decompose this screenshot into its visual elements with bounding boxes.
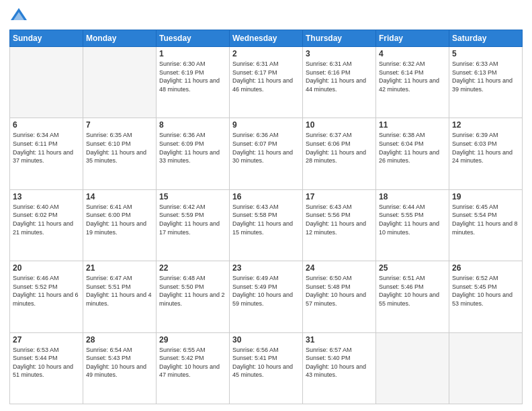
calendar-cell (10, 47, 83, 118)
calendar-cell: 26Sunrise: 6:52 AMSunset: 5:45 PMDayligh… (449, 261, 523, 332)
day-number: 26 (452, 263, 519, 273)
calendar-cell: 10Sunrise: 6:37 AMSunset: 6:06 PMDayligh… (303, 118, 376, 189)
weekday-header: Thursday (303, 30, 376, 47)
day-number: 29 (159, 335, 226, 345)
day-detail: Sunrise: 6:31 AMSunset: 6:16 PMDaylight:… (306, 60, 373, 93)
calendar-cell: 22Sunrise: 6:48 AMSunset: 5:50 PMDayligh… (157, 261, 230, 332)
calendar-cell: 24Sunrise: 6:50 AMSunset: 5:48 PMDayligh… (303, 261, 376, 332)
calendar-cell: 4Sunrise: 6:32 AMSunset: 6:14 PMDaylight… (376, 47, 449, 118)
day-number: 14 (86, 192, 153, 201)
calendar-cell: 27Sunrise: 6:53 AMSunset: 5:44 PMDayligh… (10, 332, 83, 404)
day-detail: Sunrise: 6:33 AMSunset: 6:13 PMDaylight:… (452, 60, 519, 93)
calendar-cell: 18Sunrise: 6:44 AMSunset: 5:55 PMDayligh… (376, 189, 449, 261)
calendar-cell: 19Sunrise: 6:45 AMSunset: 5:54 PMDayligh… (449, 189, 523, 261)
day-number: 31 (306, 335, 373, 345)
logo (9, 7, 31, 26)
calendar-cell: 23Sunrise: 6:49 AMSunset: 5:49 PMDayligh… (230, 261, 303, 332)
calendar-week-row: 6Sunrise: 6:34 AMSunset: 6:11 PMDaylight… (10, 118, 523, 189)
calendar-cell: 31Sunrise: 6:57 AMSunset: 5:40 PMDayligh… (303, 332, 376, 404)
day-number: 27 (13, 335, 80, 345)
day-detail: Sunrise: 6:40 AMSunset: 6:02 PMDaylight:… (13, 203, 80, 236)
day-detail: Sunrise: 6:34 AMSunset: 6:11 PMDaylight:… (13, 131, 80, 165)
calendar-cell: 25Sunrise: 6:51 AMSunset: 5:46 PMDayligh… (376, 261, 449, 332)
day-detail: Sunrise: 6:56 AMSunset: 5:41 PMDaylight:… (232, 346, 300, 379)
calendar-cell: 5Sunrise: 6:33 AMSunset: 6:13 PMDaylight… (449, 47, 523, 118)
day-detail: Sunrise: 6:45 AMSunset: 5:54 PMDaylight:… (452, 203, 519, 236)
weekday-header: Wednesday (230, 30, 303, 47)
day-number: 18 (379, 192, 446, 201)
calendar-table: SundayMondayTuesdayWednesdayThursdayFrid… (9, 30, 523, 404)
calendar-cell: 8Sunrise: 6:36 AMSunset: 6:09 PMDaylight… (157, 118, 230, 189)
day-detail: Sunrise: 6:35 AMSunset: 6:10 PMDaylight:… (86, 131, 153, 165)
calendar-cell: 9Sunrise: 6:36 AMSunset: 6:07 PMDaylight… (230, 118, 303, 189)
day-number: 7 (86, 120, 153, 130)
day-number: 20 (13, 263, 80, 273)
header (9, 7, 523, 26)
day-detail: Sunrise: 6:50 AMSunset: 5:48 PMDaylight:… (306, 274, 373, 308)
calendar-cell: 12Sunrise: 6:39 AMSunset: 6:03 PMDayligh… (449, 118, 523, 189)
page: SundayMondayTuesdayWednesdayThursdayFrid… (0, 0, 532, 411)
day-number: 19 (452, 192, 519, 201)
day-number: 22 (159, 263, 226, 273)
day-detail: Sunrise: 6:42 AMSunset: 5:59 PMDaylight:… (159, 203, 226, 236)
day-detail: Sunrise: 6:53 AMSunset: 5:44 PMDaylight:… (13, 346, 80, 379)
calendar-cell (376, 332, 449, 404)
calendar-cell: 20Sunrise: 6:46 AMSunset: 5:52 PMDayligh… (10, 261, 83, 332)
day-number: 12 (452, 120, 519, 130)
day-number: 11 (379, 120, 446, 130)
calendar-week-row: 27Sunrise: 6:53 AMSunset: 5:44 PMDayligh… (10, 332, 523, 404)
calendar-cell: 21Sunrise: 6:47 AMSunset: 5:51 PMDayligh… (83, 261, 157, 332)
day-number: 15 (159, 192, 226, 201)
day-detail: Sunrise: 6:54 AMSunset: 5:43 PMDaylight:… (86, 346, 153, 379)
day-number: 8 (159, 120, 226, 130)
weekday-header: Tuesday (157, 30, 230, 47)
calendar-cell: 13Sunrise: 6:40 AMSunset: 6:02 PMDayligh… (10, 189, 83, 261)
calendar-cell: 16Sunrise: 6:43 AMSunset: 5:58 PMDayligh… (230, 189, 303, 261)
calendar-cell: 11Sunrise: 6:38 AMSunset: 6:04 PMDayligh… (376, 118, 449, 189)
day-number: 16 (232, 192, 300, 201)
day-number: 1 (159, 49, 226, 58)
calendar-week-row: 1Sunrise: 6:30 AMSunset: 6:19 PMDaylight… (10, 47, 523, 118)
logo-icon (9, 7, 28, 26)
calendar-cell (449, 332, 523, 404)
day-number: 6 (13, 120, 80, 130)
calendar-cell: 6Sunrise: 6:34 AMSunset: 6:11 PMDaylight… (10, 118, 83, 189)
day-detail: Sunrise: 6:32 AMSunset: 6:14 PMDaylight:… (379, 60, 446, 93)
day-detail: Sunrise: 6:39 AMSunset: 6:03 PMDaylight:… (452, 131, 519, 165)
weekday-header: Saturday (449, 30, 523, 47)
day-number: 3 (306, 49, 373, 58)
day-number: 28 (86, 335, 153, 345)
day-number: 21 (86, 263, 153, 273)
day-detail: Sunrise: 6:46 AMSunset: 5:52 PMDaylight:… (13, 274, 80, 308)
day-number: 23 (232, 263, 300, 273)
day-detail: Sunrise: 6:52 AMSunset: 5:45 PMDaylight:… (452, 274, 519, 308)
day-number: 17 (306, 192, 373, 201)
calendar-cell: 2Sunrise: 6:31 AMSunset: 6:17 PMDaylight… (230, 47, 303, 118)
weekday-header: Monday (83, 30, 157, 47)
calendar-cell: 15Sunrise: 6:42 AMSunset: 5:59 PMDayligh… (157, 189, 230, 261)
day-detail: Sunrise: 6:30 AMSunset: 6:19 PMDaylight:… (159, 60, 226, 93)
day-number: 9 (232, 120, 300, 130)
calendar-cell: 17Sunrise: 6:43 AMSunset: 5:56 PMDayligh… (303, 189, 376, 261)
calendar-cell (83, 47, 157, 118)
day-detail: Sunrise: 6:41 AMSunset: 6:00 PMDaylight:… (86, 203, 153, 236)
day-detail: Sunrise: 6:48 AMSunset: 5:50 PMDaylight:… (159, 274, 226, 308)
day-detail: Sunrise: 6:31 AMSunset: 6:17 PMDaylight:… (232, 60, 300, 93)
day-detail: Sunrise: 6:44 AMSunset: 5:55 PMDaylight:… (379, 203, 446, 236)
day-detail: Sunrise: 6:47 AMSunset: 5:51 PMDaylight:… (86, 274, 153, 308)
calendar-cell: 1Sunrise: 6:30 AMSunset: 6:19 PMDaylight… (157, 47, 230, 118)
calendar-header-row: SundayMondayTuesdayWednesdayThursdayFrid… (10, 30, 523, 47)
calendar-cell: 29Sunrise: 6:55 AMSunset: 5:42 PMDayligh… (157, 332, 230, 404)
day-detail: Sunrise: 6:43 AMSunset: 5:56 PMDaylight:… (306, 203, 373, 236)
day-detail: Sunrise: 6:36 AMSunset: 6:07 PMDaylight:… (232, 131, 300, 165)
day-detail: Sunrise: 6:49 AMSunset: 5:49 PMDaylight:… (232, 274, 300, 308)
weekday-header: Friday (376, 30, 449, 47)
day-detail: Sunrise: 6:51 AMSunset: 5:46 PMDaylight:… (379, 274, 446, 308)
calendar-cell: 14Sunrise: 6:41 AMSunset: 6:00 PMDayligh… (83, 189, 157, 261)
day-detail: Sunrise: 6:37 AMSunset: 6:06 PMDaylight:… (306, 131, 373, 165)
day-number: 2 (232, 49, 300, 58)
day-detail: Sunrise: 6:57 AMSunset: 5:40 PMDaylight:… (306, 346, 373, 379)
calendar-cell: 3Sunrise: 6:31 AMSunset: 6:16 PMDaylight… (303, 47, 376, 118)
day-number: 10 (306, 120, 373, 130)
calendar-cell: 7Sunrise: 6:35 AMSunset: 6:10 PMDaylight… (83, 118, 157, 189)
